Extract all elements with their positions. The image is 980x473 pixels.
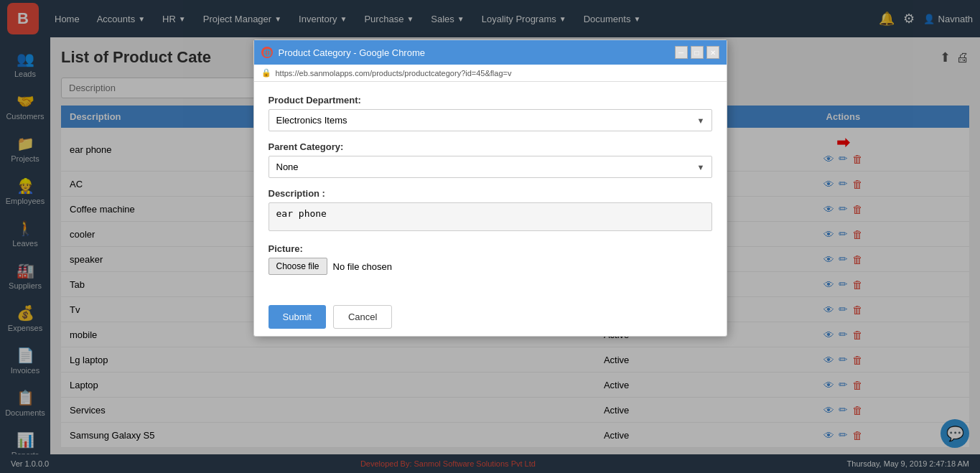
modal-addressbar: 🔒 https://eb.sanmolapps.com/products/pro… [254, 65, 727, 82]
file-row: Choose file No file chosen [269, 258, 712, 275]
dept-field: Product Department: Electronics Items [269, 95, 712, 131]
modal-footer: Submit Cancel [254, 298, 727, 336]
window-controls: ─ □ ✕ [675, 46, 719, 59]
maximize-button[interactable]: □ [691, 46, 704, 59]
modal-title: Product Category - Google Chrome [279, 47, 425, 58]
modal-title-left: 🌐 Product Category - Google Chrome [261, 47, 425, 58]
minimize-button[interactable]: ─ [675, 46, 688, 59]
modal-url: https://eb.sanmolapps.com/products/produ… [276, 69, 512, 78]
dept-select[interactable]: Electronics Items [269, 109, 712, 131]
close-button[interactable]: ✕ [706, 46, 719, 59]
modal-overlay[interactable]: 🌐 Product Category - Google Chrome ─ □ ✕… [0, 0, 980, 454]
modal-body: Product Department: Electronics Items Pa… [254, 82, 727, 298]
modal-titlebar: 🌐 Product Category - Google Chrome ─ □ ✕ [254, 40, 727, 65]
chrome-icon: 🌐 [261, 47, 273, 58]
picture-field: Picture: Choose file No file chosen [269, 243, 712, 275]
modal-window: 🌐 Product Category - Google Chrome ─ □ ✕… [253, 39, 727, 337]
parent-cat-select-wrap: None [269, 156, 712, 178]
desc-field: Description : ear phone [269, 188, 712, 233]
desc-input[interactable]: ear phone [269, 202, 712, 231]
lock-icon: 🔒 [261, 68, 271, 78]
choose-file-button[interactable]: Choose file [269, 258, 327, 275]
no-file-text: No file chosen [333, 261, 392, 272]
submit-button[interactable]: Submit [269, 305, 326, 329]
dept-select-wrap: Electronics Items [269, 109, 712, 131]
dept-label: Product Department: [269, 95, 712, 106]
parent-cat-field: Parent Category: None [269, 141, 712, 178]
parent-cat-label: Parent Category: [269, 141, 712, 152]
cancel-button[interactable]: Cancel [333, 305, 392, 329]
picture-label: Picture: [269, 243, 712, 254]
desc-label: Description : [269, 188, 712, 199]
parent-cat-select[interactable]: None [269, 156, 712, 178]
